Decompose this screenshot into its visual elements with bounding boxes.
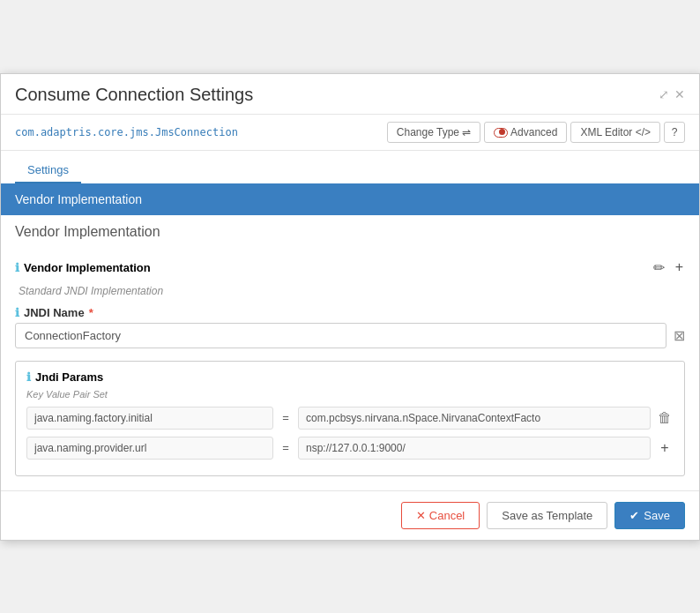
jndi-name-required-star: *: [89, 306, 93, 319]
advanced-button[interactable]: Advanced: [484, 122, 567, 143]
jndi-name-input[interactable]: [15, 323, 666, 348]
vendor-impl-label: Vendor Implementation: [24, 261, 151, 274]
dialog: Consume Connection Settings ⤢ ✕ com.adap…: [0, 73, 700, 541]
xml-editor-label: XML Editor </>: [580, 126, 651, 138]
change-type-button[interactable]: Change Type ⇌: [387, 122, 481, 143]
vendor-impl-add-button[interactable]: +: [674, 258, 685, 277]
dialog-footer: ✕ Cancel Save as Template ✔ Save: [1, 490, 699, 540]
advanced-label: Advanced: [510, 126, 557, 138]
section-header[interactable]: Vendor Implementation: [1, 183, 699, 215]
close-icon[interactable]: ✕: [674, 87, 685, 101]
dialog-window-controls: ⤢ ✕: [659, 87, 685, 101]
save-label: Save: [644, 509, 670, 522]
kv-set-label: Key Value Pair Set: [26, 389, 674, 400]
jndi-params-info-icon[interactable]: ℹ: [26, 370, 31, 384]
help-label: ?: [672, 126, 678, 138]
kv-eq-2: =: [279, 441, 293, 454]
jndi-name-field-group: ℹ JNDI Name * ⊠: [15, 306, 685, 348]
kv-value-2[interactable]: [298, 437, 651, 460]
jndi-name-info-icon[interactable]: ℹ: [15, 306, 19, 319]
kv-row-2: = +: [26, 437, 674, 460]
jndi-params-label: Jndi Params: [35, 370, 103, 384]
content-area: ℹ Vendor Implementation ✏ + Standard JND…: [1, 249, 699, 490]
xml-editor-button[interactable]: XML Editor </>: [570, 122, 660, 143]
change-type-label: Change Type: [397, 126, 459, 138]
save-button[interactable]: ✔ Save: [614, 502, 685, 529]
tabs-bar: Settings: [1, 151, 699, 183]
vendor-impl-label-group: ℹ Vendor Implementation: [15, 261, 151, 274]
tab-settings[interactable]: Settings: [15, 158, 81, 183]
kv-value-1[interactable]: [298, 407, 651, 430]
cancel-label: ✕ Cancel: [416, 509, 465, 522]
section-header-label: Vendor Implementation: [15, 192, 142, 206]
jndi-params-header: ℹ Jndi Params: [26, 370, 674, 384]
jndi-name-clear-button[interactable]: ⊠: [674, 327, 685, 344]
toolbar: com.adaptris.core.jms.JmsConnection Chan…: [1, 115, 699, 151]
jndi-params-box: ℹ Jndi Params Key Value Pair Set = 🗑 = +: [15, 361, 685, 476]
change-type-icon: ⇌: [462, 126, 471, 138]
vendor-implementation-header: ℹ Vendor Implementation ✏ +: [15, 258, 685, 278]
vendor-impl-actions: ✏ +: [652, 258, 685, 278]
section-title: Vendor Implementation: [1, 215, 699, 249]
kv-key-1[interactable]: [26, 407, 273, 430]
kv-eq-1: =: [279, 411, 293, 424]
vendor-impl-edit-button[interactable]: ✏: [652, 258, 666, 278]
advanced-icon: [494, 126, 510, 138]
kv-add-button[interactable]: +: [656, 440, 674, 456]
cancel-button[interactable]: ✕ Cancel: [401, 502, 480, 529]
save-as-template-button[interactable]: Save as Template: [487, 502, 607, 529]
vendor-impl-info-icon[interactable]: ℹ: [15, 261, 19, 274]
jndi-name-input-row: ⊠: [15, 323, 685, 348]
kv-row-1: = 🗑: [26, 407, 674, 430]
kv-key-2[interactable]: [26, 437, 273, 460]
class-name: com.adaptris.core.jms.JmsConnection: [15, 126, 238, 138]
dialog-title: Consume Connection Settings: [15, 85, 253, 105]
help-button[interactable]: ?: [664, 122, 685, 143]
titlebar: Consume Connection Settings ⤢ ✕: [1, 74, 699, 115]
jndi-name-label: ℹ JNDI Name *: [15, 306, 685, 319]
kv-delete-1-button[interactable]: 🗑: [656, 410, 674, 426]
template-label: Save as Template: [502, 509, 592, 522]
save-checkmark-icon: ✔: [629, 509, 639, 522]
vendor-impl-sub-label: Standard JNDI Implementation: [15, 285, 685, 297]
toolbar-buttons: Change Type ⇌ Advanced XML Editor </> ?: [387, 122, 685, 143]
resize-icon[interactable]: ⤢: [659, 87, 669, 101]
